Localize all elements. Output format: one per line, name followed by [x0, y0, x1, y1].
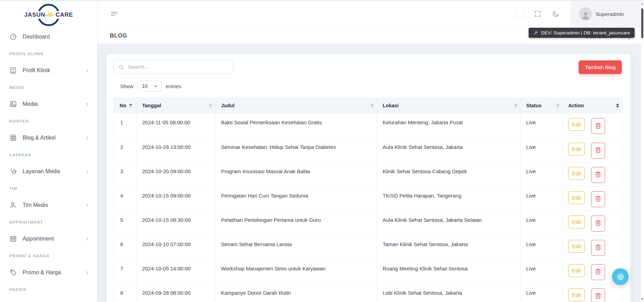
edit-button[interactable]: Edit — [568, 191, 585, 204]
brand-logo[interactable]: JASUN CARE — [0, 0, 97, 30]
entries-length-control: Show 10 entries — [120, 81, 181, 92]
sidebar-section-header: APPOINTMENT — [0, 219, 97, 226]
cell-tanggal: 2024-10-28 13:00:00 — [137, 138, 215, 162]
scrollbar-up-arrow[interactable] — [641, 3, 643, 5]
column-header-status[interactable]: Status — [521, 97, 563, 114]
column-header-tanggal[interactable]: Tanggal — [137, 97, 215, 114]
cell-judul: Peringatan Hari Cuci Tangan Sedunia — [215, 186, 377, 211]
delete-button[interactable] — [591, 264, 605, 280]
delete-button[interactable] — [591, 191, 605, 207]
settings-fab[interactable] — [612, 268, 629, 285]
cell-judul: Seminar Kesehatan: Hidup Sehat Tanpa Dia… — [215, 138, 377, 162]
cell-lokasi: Aula Klinik Sehat Sentosa, Jakarta Selat… — [377, 211, 521, 235]
cell-status: Live — [521, 114, 563, 138]
sidebar-item-profil-klinik[interactable]: Profil Klinik — [0, 64, 97, 77]
cell-lokasi: Klinik Sehat Sentosa Cabang Depok — [377, 162, 521, 186]
sidebar-section-header: KONTEN — [0, 118, 97, 125]
cell-lokasi: Kelurahan Menteng, Jakarta Pusat — [377, 114, 521, 138]
sidebar-item-appointment[interactable]: Appointment — [0, 232, 97, 246]
stethoscope-icon — [9, 168, 17, 175]
cell-lokasi: Ruang Meeting Klinik Sehat Sentosa — [377, 259, 521, 284]
cell-tanggal: 2024-11-05 08:00:00 — [137, 114, 215, 138]
edit-button[interactable]: Edit — [568, 216, 585, 228]
user-menu[interactable]: Superadmin — [571, 0, 641, 28]
cell-judul: Bakti Sosial Pemeriksaan Kesehatan Grati… — [215, 114, 377, 138]
table-row: 1 2024-11-05 08:00:00 Bakti Sosial Pemer… — [114, 114, 622, 138]
cell-tanggal: 2024-10-10 07:00:00 — [137, 235, 215, 259]
heartbeat-icon — [45, 12, 56, 18]
tag-icon — [9, 269, 17, 276]
trash-icon — [594, 268, 602, 276]
dev-badge-text: DEV: Superadmin | DB: tenant_jasuncare — [541, 30, 630, 35]
delete-button[interactable] — [591, 143, 605, 159]
cell-status: Live — [521, 259, 563, 284]
delete-button[interactable] — [591, 216, 605, 232]
cell-tanggal: 2024-10-20 09:00:00 — [137, 162, 215, 186]
logo-text-left: JASUN — [24, 11, 46, 19]
cell-action: Edit — [563, 162, 622, 186]
menu-icon[interactable] — [110, 10, 118, 18]
cell-lokasi: Aula Klinik Sehat Sentosa, Jakarta — [377, 138, 521, 162]
sidebar-section-header: PROFIL KLINIK — [0, 50, 97, 57]
edit-button[interactable]: Edit — [568, 264, 585, 277]
table-row: 7 2024-10-05 14:00:00 Workshop Manajemen… — [114, 259, 622, 284]
logo-text-right: CARE — [55, 11, 74, 19]
column-header-judul[interactable]: Judul — [215, 97, 377, 114]
sidebar-section-header: MEDIA — [0, 84, 97, 91]
edit-button[interactable]: Edit — [568, 240, 585, 253]
chevron-right-icon — [84, 270, 90, 275]
sidebar-item-tim-medis[interactable]: Tim Medis — [0, 198, 97, 212]
blog-table-card: Tambah Blog Show 10 entries NoTanggalJud… — [107, 54, 630, 302]
sidebar-item-media[interactable]: Media — [0, 97, 97, 111]
cell-action: Edit — [563, 284, 622, 302]
scrollbar-down-arrow[interactable] — [641, 298, 643, 300]
sort-icon — [129, 103, 132, 108]
edit-button[interactable]: Edit — [568, 167, 585, 180]
trash-icon — [594, 122, 602, 131]
table-row: 4 2024-10-15 09:00:00 Peringatan Hari Cu… — [114, 186, 622, 211]
cell-action: Edit — [563, 235, 622, 259]
sidebar-item-layanan-medis[interactable]: Layanan Medis — [0, 165, 97, 178]
cell-lokasi: Lobi Klinik Sehat Sentosa, Jakarta — [377, 284, 521, 302]
chevron-right-icon — [84, 236, 90, 242]
search-input[interactable] — [128, 64, 229, 70]
chevron-down-icon — [153, 84, 158, 89]
cell-action: Edit — [563, 186, 622, 211]
table-row: 8 2024-09-28 08:00:00 Kampanye Donor Dar… — [114, 284, 622, 302]
delete-button[interactable] — [591, 288, 605, 302]
add-blog-button[interactable]: Tambah Blog — [579, 60, 622, 74]
dark-mode-moon-icon[interactable] — [552, 10, 560, 18]
edit-button[interactable]: Edit — [568, 288, 585, 301]
chevron-right-icon — [84, 169, 90, 174]
column-header-action[interactable]: Action — [563, 97, 622, 114]
trash-icon — [594, 146, 602, 155]
table-row: 6 2024-10-10 07:00:00 Senam Sehat Bersam… — [114, 235, 622, 259]
chevron-right-icon — [84, 203, 90, 208]
edit-button[interactable]: Edit — [568, 118, 585, 131]
column-label: Status — [526, 103, 541, 108]
cell-no: 4 — [114, 186, 137, 211]
cell-judul: Program Imunisasi Massal Anak Balita — [215, 162, 377, 186]
sidebar-item-dashboard[interactable]: Dashboard — [0, 30, 97, 44]
indonesia-flag-icon[interactable] — [515, 11, 525, 17]
delete-button[interactable] — [591, 167, 605, 183]
table-row: 5 2024-10-15 08:30:00 Pelatihan Pertolon… — [114, 211, 622, 235]
delete-button[interactable] — [591, 118, 605, 134]
scrollbar-thumb[interactable] — [641, 8, 643, 38]
page-size-select[interactable]: 10 — [138, 81, 162, 92]
cell-tanggal: 2024-10-05 14:00:00 — [137, 259, 215, 284]
delete-button[interactable] — [591, 240, 605, 256]
sort-icon — [209, 103, 212, 108]
fullscreen-icon[interactable] — [534, 10, 541, 18]
sidebar-item-promo-harga[interactable]: Promo & Harga — [0, 266, 97, 279]
table-row: 3 2024-10-20 09:00:00 Program Imunisasi … — [114, 162, 622, 186]
cell-no: 6 — [114, 235, 137, 259]
edit-button[interactable]: Edit — [568, 143, 585, 156]
column-header-lokasi[interactable]: Lokasi — [377, 97, 521, 114]
column-label: No — [120, 103, 126, 108]
sidebar-item-blog-artikel[interactable]: Blog & Artikel — [0, 131, 97, 145]
wrench-icon — [533, 30, 538, 35]
column-header-no[interactable]: No — [114, 97, 137, 114]
sidebar-section-header: LAYANAN — [0, 151, 97, 158]
sort-icon — [371, 103, 374, 108]
